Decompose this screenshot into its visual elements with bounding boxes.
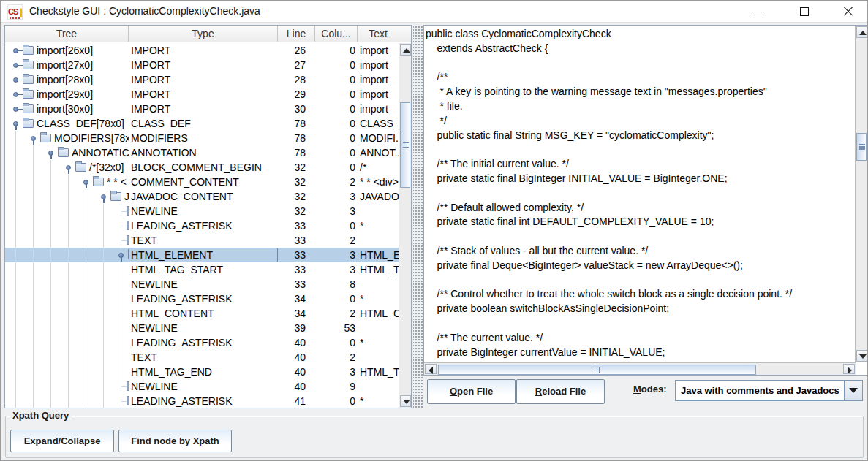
tree-guide-line	[68, 233, 69, 248]
line-cell: 32	[278, 160, 315, 175]
table-row[interactable]: * * <COMMENT_CONTENT322* * <div>...	[5, 175, 399, 189]
tree-guide-line	[68, 175, 69, 189]
arrow-up-icon	[403, 48, 410, 53]
scroll-down-button[interactable]	[856, 350, 867, 362]
line-cell: 41	[278, 394, 315, 408]
close-button[interactable]	[831, 1, 865, 23]
modes-selected-value: Java with comments and Javadocs	[681, 381, 839, 400]
line-cell: 32	[278, 189, 315, 204]
table-row[interactable]: TEXT402	[5, 350, 399, 365]
tree-node-label: import[27x0]	[37, 58, 93, 72]
header-corner	[399, 26, 411, 42]
tree-guide-line	[86, 306, 86, 321]
table-row[interactable]: HTML_TAG_END403HTML_T...	[5, 365, 399, 379]
open-file-button[interactable]: Open File	[427, 379, 516, 404]
table-row[interactable]: LEADING_ASTERISK330*	[5, 218, 399, 233]
folder-icon	[110, 192, 121, 201]
tree-guide-line	[86, 292, 86, 306]
tree-node-label: import[26x0]	[37, 43, 93, 58]
line-cell: 33	[278, 248, 315, 262]
tree-guide-line	[86, 262, 86, 277]
column-header-line[interactable]: Line	[278, 26, 315, 42]
scroll-up-button[interactable]	[856, 26, 867, 38]
text-cell: * * <div>...	[358, 175, 399, 189]
expand-handle-icon[interactable]	[13, 77, 18, 83]
table-row[interactable]: LEADING_ASTERISK340*	[5, 292, 399, 306]
table-row[interactable]: TEXT332	[5, 233, 399, 248]
reload-file-button[interactable]: Reload File	[516, 379, 605, 404]
column-cell: 0	[315, 116, 358, 131]
column-header-tree[interactable]: Tree	[5, 26, 129, 42]
tree-guide-line	[68, 189, 69, 204]
tree-scrollbar-thumb[interactable]	[400, 102, 410, 188]
code-text-area[interactable]: public class CyclomaticComplexityCheck e…	[424, 26, 856, 363]
maximize-button[interactable]	[788, 1, 821, 23]
code-hscroll-thumb[interactable]	[438, 365, 756, 375]
expand-handle-icon[interactable]	[13, 107, 18, 112]
table-row[interactable]: LEADING_ASTERISK400*	[5, 335, 399, 350]
table-row[interactable]: HTML_CONTENT342HTML_C...	[5, 306, 399, 321]
expand-collapse-button[interactable]: Expand/Collapse	[10, 430, 114, 452]
tree-guide-line	[33, 292, 34, 306]
tree-guide-line	[15, 204, 16, 218]
column-header-type[interactable]: Type	[129, 26, 278, 42]
table-row[interactable]: CLASS_DEF[78x0]CLASS_DEF780CLASS_...	[5, 116, 399, 131]
tree-guide-line	[33, 175, 34, 189]
table-row[interactable]: MODIFIERS[78xMODIFIERS780MODIFI...	[5, 131, 399, 145]
handle-stem	[121, 257, 122, 262]
table-row[interactable]: HTML_ELEMENT333HTML_E...	[5, 248, 399, 262]
code-vscroll-thumb[interactable]	[856, 133, 867, 161]
code-horizontal-scrollbar[interactable]	[424, 362, 856, 375]
combo-arrow-button[interactable]	[844, 381, 862, 400]
table-row[interactable]: NEWLINE3953	[5, 321, 399, 335]
expand-handle-icon[interactable]	[13, 48, 18, 53]
table-row[interactable]: LEADING_ASTERISK410*	[5, 394, 399, 408]
scroll-up-button[interactable]	[400, 44, 411, 56]
tree-guide-line	[15, 233, 16, 248]
table-row[interactable]: JJAVADOC_CONTENT323JAVADO...	[5, 189, 399, 204]
table-row[interactable]: NEWLINE338	[5, 277, 399, 292]
table-row[interactable]: /*[32x0]BLOCK_COMMENT_BEGIN320/*	[5, 160, 399, 175]
scroll-down-button[interactable]	[400, 395, 411, 407]
tree-cell	[5, 233, 129, 248]
column-header-column[interactable]: Colu...	[315, 26, 358, 42]
text-cell: import	[358, 87, 399, 102]
line-cell: 27	[278, 58, 315, 72]
column-header-text[interactable]: Text	[358, 26, 399, 42]
table-row[interactable]: import[28x0]IMPORT280import	[5, 72, 399, 87]
column-cell: 2	[315, 306, 358, 321]
text-cell: import	[358, 58, 399, 72]
tree-guide-line	[50, 175, 51, 189]
tree-guide-line	[50, 277, 51, 292]
table-row[interactable]: NEWLINE409	[5, 379, 399, 394]
line-cell: 32	[278, 175, 315, 189]
find-node-by-xpath-button[interactable]: Find node by Xpath	[118, 430, 232, 452]
line-cell: 78	[278, 116, 315, 131]
splitpane-divider[interactable]	[413, 25, 423, 408]
minimize-button[interactable]	[742, 1, 776, 23]
table-row[interactable]: ANNOTATICANNOTATION780ANNOT...	[5, 145, 399, 160]
table-row[interactable]: import[29x0]IMPORT290import	[5, 87, 399, 102]
table-row[interactable]: import[27x0]IMPORT270import	[5, 58, 399, 72]
scroll-left-button[interactable]	[425, 364, 437, 374]
tree-guide-line	[86, 350, 86, 365]
tree-guide-line	[50, 335, 51, 350]
tree-cell	[5, 365, 129, 379]
table-row[interactable]: import[26x0]IMPORT260import	[5, 43, 399, 58]
tree-vertical-scrollbar[interactable]	[399, 43, 411, 408]
table-row[interactable]: HTML_TAG_START333HTML_T...	[5, 262, 399, 277]
code-vertical-scrollbar[interactable]	[855, 26, 867, 362]
line-cell: 33	[278, 218, 315, 233]
scroll-right-button[interactable]	[843, 364, 855, 374]
type-cell: IMPORT	[129, 58, 278, 72]
table-row[interactable]: NEWLINE323	[5, 204, 399, 218]
expand-handle-icon[interactable]	[13, 63, 18, 68]
tree-guide-line	[86, 365, 86, 379]
tree-guide-line	[121, 277, 121, 292]
column-cell: 3	[315, 189, 358, 204]
tree-guide-line	[68, 365, 69, 379]
table-row[interactable]: import[30x0]IMPORT300import	[5, 102, 399, 116]
expand-handle-icon[interactable]	[13, 92, 18, 97]
code-scrollpane: public class CyclomaticComplexityCheck e…	[423, 25, 868, 376]
modes-combobox[interactable]: Java with comments and Javadocs	[675, 380, 863, 401]
